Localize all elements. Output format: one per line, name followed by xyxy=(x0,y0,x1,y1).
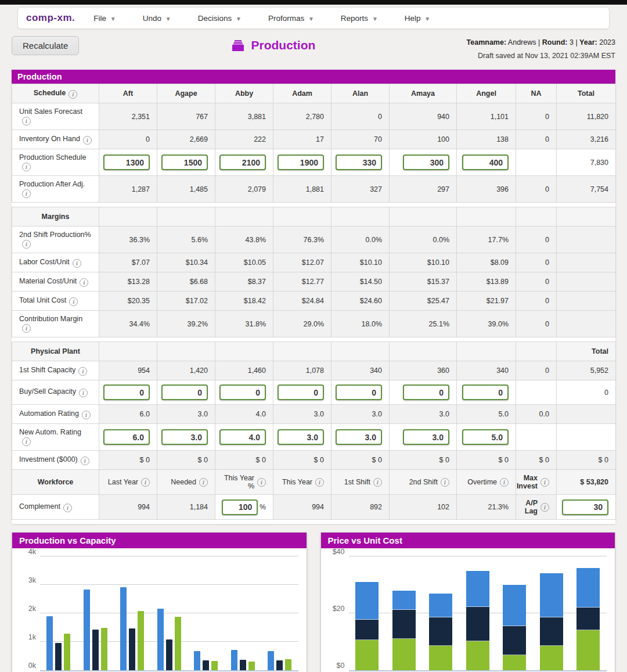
contribution-margin-row-label: Contribution Margini xyxy=(12,311,99,337)
inventory-on-hand-cell: 17 xyxy=(273,130,331,149)
bar-production xyxy=(101,628,107,670)
column-header-angel: Angel xyxy=(457,84,516,103)
2nd-shift-production-cell: 0.0% xyxy=(331,227,390,253)
info-icon[interactable]: i xyxy=(22,189,31,198)
info-icon[interactable]: i xyxy=(373,478,382,487)
production-schedule-input-agape[interactable] xyxy=(161,154,208,170)
unit-sales-forecast-cell: 0 xyxy=(516,103,557,130)
new-autom-rating-input-amaya[interactable] xyxy=(403,429,449,445)
production-schedule-input-alan[interactable] xyxy=(336,154,382,170)
nav-menu-file[interactable]: File ▼ xyxy=(88,10,121,26)
bar-production xyxy=(64,634,70,670)
bar-group-aft xyxy=(349,558,386,670)
info-icon[interactable]: i xyxy=(540,478,549,487)
material-cost-unit-cell: $6.68 xyxy=(157,272,215,292)
workforce-col-last-year: Last Yeari xyxy=(99,470,157,495)
segment-margin xyxy=(429,646,452,670)
production-schedule-input-angel[interactable] xyxy=(462,154,509,170)
production-schedule-input-amaya[interactable] xyxy=(403,154,449,170)
investment-000-cell: $ 0 xyxy=(215,451,273,470)
info-icon[interactable]: i xyxy=(22,163,31,171)
info-icon[interactable]: i xyxy=(500,478,509,487)
labor-cost-unit-cell: $10.05 xyxy=(215,253,273,272)
bar-group-agape xyxy=(385,558,423,670)
new-autom-rating-input-alan[interactable] xyxy=(336,429,382,445)
buy-sell-capacity-cell xyxy=(99,380,157,405)
production-schedule-input-adam[interactable] xyxy=(278,154,324,170)
bar-production xyxy=(175,617,181,670)
stacked-bar xyxy=(503,585,526,670)
production-schedule-input-abby[interactable] xyxy=(219,154,266,170)
empty-header-cell xyxy=(99,342,157,361)
info-icon[interactable]: i xyxy=(79,389,88,397)
info-icon[interactable]: i xyxy=(63,504,72,512)
info-icon[interactable]: i xyxy=(73,259,81,268)
recalculate-button[interactable]: Recalculate xyxy=(12,36,79,55)
new-autom-rating-input-agape[interactable] xyxy=(161,429,208,445)
compxm-logo[interactable]: comp-xm. xyxy=(26,12,75,24)
new-autom-rating-input-abby[interactable] xyxy=(219,429,266,445)
material-cost-unit-cell: $15.37 xyxy=(390,272,457,292)
this-year-pct-input[interactable] xyxy=(222,499,258,515)
nav-menu-proformas[interactable]: Proformas ▼ xyxy=(262,10,320,26)
info-icon[interactable]: i xyxy=(22,117,31,125)
info-icon[interactable]: i xyxy=(69,90,77,99)
segment-labor xyxy=(429,617,452,646)
buy-sell-capacity-input-abby[interactable] xyxy=(219,384,266,400)
table-row-labor-cost-unit: Labor Cost/Uniti$7.07$10.34$10.05$12.07$… xyxy=(12,253,616,272)
info-icon[interactable]: i xyxy=(80,278,88,287)
buy-sell-capacity-input-aft[interactable] xyxy=(103,384,150,400)
production-schedule-cell xyxy=(157,149,215,176)
buy-sell-capacity-input-amaya[interactable] xyxy=(403,384,449,400)
ap-lag-input[interactable] xyxy=(562,499,608,515)
nav-menu-reports[interactable]: Reports ▼ xyxy=(335,10,384,26)
total-unit-cost-cell: $17.02 xyxy=(157,292,215,311)
workforce-col-1st-shift: 1st Shifti xyxy=(331,470,390,495)
automation-rating-cell: 6.0 xyxy=(99,405,157,424)
segment-margin xyxy=(392,639,416,670)
labor-cost-unit-cell xyxy=(557,253,616,272)
new-autom-rating-cell xyxy=(273,424,331,451)
nav-menu-help[interactable]: Help ▼ xyxy=(399,10,436,26)
info-icon[interactable]: i xyxy=(81,457,89,465)
info-icon[interactable]: i xyxy=(141,478,150,487)
column-header-total: Total xyxy=(557,84,616,103)
info-icon[interactable]: i xyxy=(315,478,324,487)
info-icon[interactable]: i xyxy=(22,324,31,333)
info-icon[interactable]: i xyxy=(441,478,449,487)
info-icon[interactable]: i xyxy=(22,437,31,446)
info-icon[interactable]: i xyxy=(257,478,266,487)
ap-lag-cell xyxy=(557,495,616,520)
total-unit-cost-cell: $18.42 xyxy=(215,292,273,311)
info-icon[interactable]: i xyxy=(199,478,208,487)
2nd-shift-production-row-label: 2nd Shift Production%i xyxy=(12,227,99,253)
production-schedule-input-aft[interactable] xyxy=(103,154,150,170)
tables-container: ScheduleiAftAgapeAbbyAdamAlanAmayaAngelN… xyxy=(12,84,615,524)
investment-000-cell: $ 0 xyxy=(99,451,157,470)
bar-group-abby xyxy=(114,558,151,670)
nav-menu-decisions[interactable]: Decisions ▼ xyxy=(192,10,247,26)
info-icon[interactable]: i xyxy=(78,367,87,376)
table-row-2nd-shift-production: 2nd Shift Production%i36.3%5.6%43.8%76.3… xyxy=(12,227,616,253)
buy-sell-capacity-input-agape[interactable] xyxy=(161,384,208,400)
chevron-down-icon: ▼ xyxy=(424,16,430,22)
buy-sell-capacity-input-angel[interactable] xyxy=(462,384,509,400)
info-icon[interactable]: i xyxy=(69,297,78,306)
buy-sell-capacity-input-adam[interactable] xyxy=(278,384,324,400)
info-icon[interactable]: i xyxy=(83,136,92,145)
info-icon[interactable]: i xyxy=(540,503,549,512)
table-row-contribution-margin: Contribution Margini34.4%39.2%31.8%29.0%… xyxy=(12,311,616,337)
table-row-production-after-adj: Production After Adj.i1,2871,4852,0791,8… xyxy=(12,176,616,203)
stacked-bar xyxy=(429,594,452,670)
nav-menu-undo[interactable]: Undo ▼ xyxy=(137,10,177,26)
bar-base-capacity xyxy=(55,643,62,670)
info-icon[interactable]: i xyxy=(82,411,91,419)
buy-sell-capacity-input-alan[interactable] xyxy=(336,384,382,400)
info-icon[interactable]: i xyxy=(22,240,31,249)
column-header-adam: Adam xyxy=(273,84,331,103)
stacked-bar xyxy=(466,571,489,670)
new-autom-rating-input-aft[interactable] xyxy=(103,429,150,445)
new-autom-rating-input-angel[interactable] xyxy=(462,429,509,445)
segment-material xyxy=(392,591,416,610)
new-autom-rating-input-adam[interactable] xyxy=(278,429,324,445)
